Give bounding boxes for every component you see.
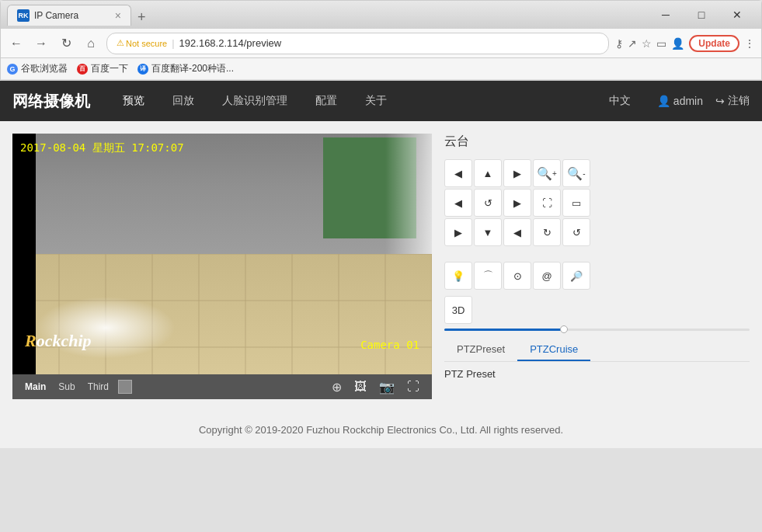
- logout-icon: ↪: [715, 95, 725, 107]
- ptz-down-right[interactable]: ◀: [503, 218, 531, 246]
- ptz-focus-near[interactable]: ▭: [562, 189, 590, 217]
- speed-row: [444, 327, 750, 332]
- main-content: 2017-08-04 星期五 17:07:07 Camera 01 Rockch…: [0, 121, 762, 412]
- footer: Copyright © 2019-2020 Fuzhou Rockchip El…: [0, 412, 762, 448]
- ptz-zoom-out[interactable]: 🔍-: [562, 159, 590, 187]
- nav-preview[interactable]: 预览: [109, 81, 158, 121]
- browser-frame: RK IP Camera × + ─ □ ✕ ← → ↻ ⌂ ⚠ Not sec…: [0, 0, 762, 81]
- bookmark-translate[interactable]: 译 百度翻译-200种语...: [137, 62, 234, 75]
- nav-logo: 网络摄像机: [12, 91, 90, 112]
- close-button[interactable]: ✕: [719, 3, 755, 26]
- logout-label: 注销: [728, 94, 750, 108]
- forward-button[interactable]: →: [32, 34, 50, 53]
- ptz-light-btn[interactable]: 💡: [444, 262, 472, 290]
- fullscreen-btn[interactable]: ⛶: [404, 380, 423, 394]
- video-timestamp: 2017-08-04 星期五 17:07:07: [20, 141, 184, 155]
- bookmark-translate-icon: 译: [137, 64, 148, 75]
- url-display: 192.168.2.114/preview: [179, 37, 282, 49]
- user-icon[interactable]: 👤: [671, 37, 684, 50]
- cast-icon[interactable]: ⚷: [615, 37, 623, 50]
- speed-track: [444, 329, 750, 331]
- warning-icon: ⚠: [117, 38, 124, 48]
- ptz-cruise-tab[interactable]: PTZCruise: [517, 339, 590, 361]
- nav-items: 预览 回放 人脸识别管理 配置 关于: [109, 81, 401, 121]
- ptz-left[interactable]: ◀: [444, 189, 472, 217]
- ptz-focus-far[interactable]: ⛶: [533, 189, 561, 217]
- video-logo: Rockchip: [25, 331, 92, 351]
- ptz-right[interactable]: ▶: [503, 189, 531, 217]
- ptz-iris-close[interactable]: ↺: [562, 218, 590, 246]
- maximize-button[interactable]: □: [684, 3, 719, 26]
- bookmark-google-icon: G: [7, 64, 18, 75]
- bookmark-translate-label: 百度翻译-200种语...: [151, 62, 234, 75]
- color-box[interactable]: [118, 380, 132, 394]
- ptz-preset-label: PTZ Preset: [444, 368, 750, 380]
- ptz-preset-tab[interactable]: PTZPreset: [444, 339, 517, 361]
- ptz-3d-btn[interactable]: 3D: [444, 296, 472, 324]
- ptz-section: 云台 ◀ ▲ ▶ 🔍+ 🔍- ◀ ↺ ▶ ⛶ ▭ ▶ ▼ ◀ ↻: [444, 134, 750, 399]
- extensions-icon[interactable]: ▭: [656, 37, 666, 50]
- tab-close-btn[interactable]: ×: [115, 9, 121, 22]
- title-bar: RK IP Camera × + ─ □ ✕: [1, 1, 761, 29]
- share-icon[interactable]: ↗: [628, 37, 637, 50]
- speed-thumb[interactable]: [560, 325, 568, 333]
- address-input[interactable]: ⚠ Not secure | 192.168.2.114/preview: [106, 33, 609, 54]
- minimize-button[interactable]: ─: [648, 3, 684, 26]
- ptz-title: 云台: [444, 134, 750, 150]
- browser-tab[interactable]: RK IP Camera ×: [7, 5, 131, 26]
- update-button[interactable]: Update: [689, 35, 739, 52]
- navbar: 网络摄像机 预览 回放 人脸识别管理 配置 关于 中文 👤 admin ↪ 注销: [0, 81, 762, 121]
- address-actions: ⚷ ↗ ☆ ▭ 👤 Update ⋮: [615, 35, 755, 52]
- app-container: 网络摄像机 预览 回放 人脸识别管理 配置 关于 中文 👤 admin ↪ 注销: [0, 81, 762, 448]
- reload-button[interactable]: ↻: [57, 34, 75, 53]
- new-tab-button[interactable]: +: [131, 9, 152, 26]
- video-section: 2017-08-04 星期五 17:07:07 Camera 01 Rockch…: [12, 134, 432, 399]
- nav-language[interactable]: 中文: [595, 94, 645, 108]
- tab-title: IP Camera: [34, 10, 78, 21]
- nav-face[interactable]: 人脸识别管理: [208, 81, 301, 121]
- nav-logout[interactable]: ↪ 注销: [715, 94, 750, 108]
- zoom-in-btn[interactable]: ⊕: [329, 380, 345, 395]
- home-button[interactable]: ⌂: [82, 34, 100, 53]
- ptz-up[interactable]: ▲: [474, 159, 502, 187]
- bookmark-google-label: 谷歌浏览器: [21, 62, 68, 75]
- ptz-aux1-btn[interactable]: @: [533, 262, 561, 290]
- ptz-down-left[interactable]: ▶: [444, 218, 472, 246]
- bookmark-baidu[interactable]: 百 百度一下: [77, 62, 128, 75]
- image-btn[interactable]: 🖼: [351, 380, 370, 394]
- speed-spacer: [444, 256, 750, 262]
- ptz-tabs: PTZPreset PTZCruise: [444, 339, 750, 362]
- ptz-center[interactable]: ↺: [474, 189, 502, 217]
- floor-area: [12, 254, 432, 374]
- main-stream-tab[interactable]: Main: [22, 380, 49, 394]
- bookmark-icon[interactable]: ☆: [642, 37, 652, 50]
- video-controls-bar: Main Sub Third ⊕ 🖼 📷 ⛶: [12, 374, 432, 399]
- bookmarks-bar: G 谷歌浏览器 百 百度一下 译 百度翻译-200种语...: [1, 58, 761, 80]
- func-row2: 3D: [444, 296, 750, 324]
- ptz-iris-open[interactable]: ↻: [533, 218, 561, 246]
- nav-playback[interactable]: 回放: [158, 81, 208, 121]
- ptz-scan-btn[interactable]: ⊙: [503, 262, 531, 290]
- window-controls: ─ □ ✕: [648, 3, 755, 26]
- video-container: 2017-08-04 星期五 17:07:07 Camera 01 Rockch…: [12, 134, 432, 374]
- ptz-down[interactable]: ▼: [474, 218, 502, 246]
- nav-config[interactable]: 配置: [301, 81, 351, 121]
- nav-about[interactable]: 关于: [351, 81, 401, 121]
- speed-fill: [444, 329, 566, 331]
- ptz-zoom-in[interactable]: 🔍+: [533, 159, 561, 187]
- ptz-aux2-btn[interactable]: 🔎: [562, 262, 590, 290]
- ptz-direction-grid: ◀ ▲ ▶ 🔍+ 🔍- ◀ ↺ ▶ ⛶ ▭ ▶ ▼ ◀ ↻ ↺: [444, 159, 750, 246]
- snapshot-btn[interactable]: 📷: [376, 380, 398, 395]
- third-stream-tab[interactable]: Third: [85, 380, 112, 394]
- ptz-up-right[interactable]: ▶: [503, 159, 531, 187]
- address-bar: ← → ↻ ⌂ ⚠ Not secure | 192.168.2.114/pre…: [1, 29, 761, 58]
- back-button[interactable]: ←: [7, 34, 26, 53]
- ptz-up-left[interactable]: ◀: [444, 159, 472, 187]
- bookmark-google[interactable]: G 谷歌浏览器: [7, 62, 68, 75]
- menu-icon[interactable]: ⋮: [744, 37, 755, 50]
- bookmark-baidu-icon: 百: [77, 64, 88, 75]
- rk-favicon: RK: [17, 9, 30, 22]
- ptz-wiper-btn[interactable]: ⌒: [474, 262, 502, 290]
- ptz-function-row: 💡 ⌒ ⊙ @ 🔎: [444, 262, 750, 290]
- sub-stream-tab[interactable]: Sub: [55, 380, 78, 394]
